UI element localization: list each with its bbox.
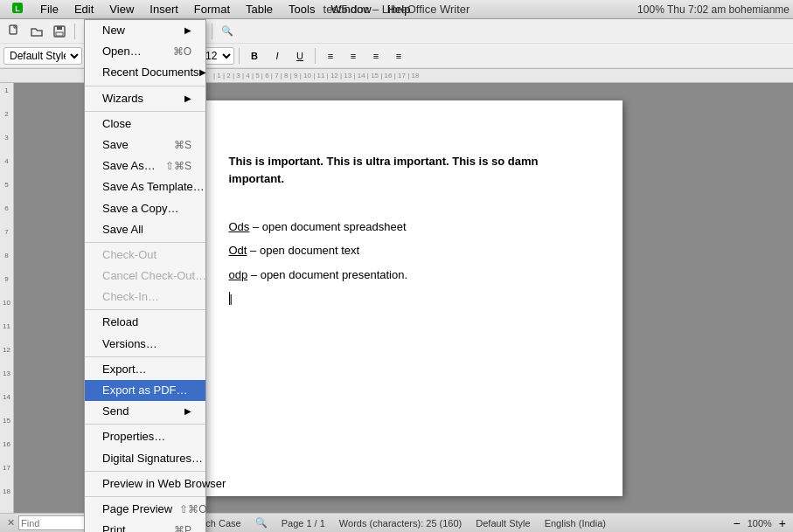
svg-rect-4 (57, 26, 62, 30)
style-info: Default Style (476, 518, 530, 529)
menu-save-as-template[interactable]: Save As Template… (85, 176, 205, 197)
menu-save[interactable]: Save ⌘S (85, 135, 205, 155)
statusbar-right: − 100% + (733, 516, 786, 530)
separator-8 (85, 496, 205, 497)
page: This is important. This is ultra importa… (185, 100, 623, 496)
menubar-libreoffice[interactable]: L (3, 0, 31, 19)
menu-open[interactable]: Open… ⌘O (85, 41, 205, 62)
menubar-right: 100% Thu 7:02 am bohemianme (637, 3, 790, 16)
content-line-6: | (229, 290, 579, 307)
find-close-icon[interactable]: ✕ (7, 517, 15, 529)
zoom-level: 100% (748, 518, 772, 529)
menu-save-all[interactable]: Save All (85, 219, 205, 240)
separator-4 (85, 309, 205, 310)
page-content: This is important. This is ultra importa… (229, 153, 579, 307)
content-line-3: Ods – open document spreadsheet (229, 218, 579, 236)
text-cursor: | (229, 292, 233, 305)
menu-page-preview[interactable]: Page Preview ⇧⌘O (85, 499, 205, 520)
menu-reload[interactable]: Reload (85, 312, 205, 333)
menu-export-pdf[interactable]: Export as PDF… (85, 380, 205, 401)
save-button[interactable] (49, 22, 70, 41)
align-right-button[interactable]: ≡ (365, 46, 386, 66)
content-line-2 (229, 194, 579, 211)
separator-7 (85, 471, 205, 472)
svg-rect-5 (56, 32, 63, 36)
menu-properties[interactable]: Properties… (85, 426, 205, 447)
menu-check-in: Check-In… (85, 287, 205, 307)
menu-close[interactable]: Close (85, 114, 205, 135)
toolbar-separator-5 (239, 48, 240, 64)
menu-versions[interactable]: Versions… (85, 334, 205, 355)
separator-6 (85, 424, 205, 425)
content-line-4: Odt – open document text (229, 242, 579, 259)
menu-digital-signatures[interactable]: Digital Signatures… (85, 448, 205, 469)
underline-button[interactable]: U (289, 46, 310, 66)
menubar-item-edit[interactable]: Edit (67, 1, 101, 17)
toolbar-separator-6 (315, 48, 316, 64)
menubar-item-insert[interactable]: Insert (143, 1, 185, 17)
zoom-in-button[interactable]: + (779, 516, 786, 530)
menu-send[interactable]: Send ▶ (85, 401, 205, 422)
italic-button[interactable]: I (267, 46, 288, 66)
menubar-item-table[interactable]: Table (239, 1, 280, 17)
menu-new[interactable]: New ▶ (85, 20, 205, 41)
system-info: 100% Thu 7:02 am bohemianme (637, 3, 790, 16)
vertical-ruler: 123456789101112131415161718 (0, 83, 14, 514)
separator-2 (85, 111, 205, 112)
separator-3 (85, 242, 205, 243)
menu-cancel-check-out: Cancel Check-Out… (85, 266, 205, 287)
toolbar-separator-1 (74, 24, 75, 39)
align-center-button[interactable]: ≡ (343, 46, 364, 66)
zoom-out-button[interactable]: − (733, 516, 740, 530)
menubar-item-file[interactable]: File (33, 1, 66, 17)
window-title: test5.doc – LibreOffice Writer (323, 3, 470, 16)
file-menu-dropdown: New ▶ Open… ⌘O Recent Documents ▶ Wizard… (84, 19, 206, 532)
menu-save-copy[interactable]: Save a Copy… (85, 198, 205, 219)
bold-button[interactable]: B (244, 46, 265, 66)
language-info: English (India) (545, 518, 606, 529)
content-line-1: This is important. This is ultra importa… (229, 153, 579, 187)
toolbar-separator-4 (212, 24, 212, 39)
menu-preview-web[interactable]: Preview in Web Browser (85, 473, 205, 494)
align-left-button[interactable]: ≡ (320, 46, 341, 66)
menu-check-out: Check-Out (85, 245, 205, 266)
page-info: Page 1 / 1 (282, 518, 325, 529)
svg-text:L: L (15, 4, 20, 13)
menubar-item-tools[interactable]: Tools (282, 1, 322, 17)
open-button[interactable] (26, 22, 47, 41)
separator-5 (85, 356, 205, 357)
find-all-icon[interactable]: 🔍 (255, 517, 268, 529)
menubar-item-view[interactable]: View (102, 1, 141, 17)
content-line-5: odp – open document presentation. (229, 266, 579, 284)
menu-print[interactable]: Print… ⌘P (85, 520, 205, 532)
menu-export[interactable]: Export… (85, 359, 205, 380)
find-button[interactable]: 🔍 (217, 22, 238, 41)
menubar-item-format[interactable]: Format (187, 1, 237, 17)
menu-recent-documents[interactable]: Recent Documents ▶ (85, 62, 205, 83)
separator-1 (85, 86, 205, 86)
new-button[interactable] (3, 22, 24, 41)
menubar: L File Edit View Insert Format Table Too… (0, 0, 793, 19)
justify-button[interactable]: ≡ (388, 46, 409, 66)
menu-save-as[interactable]: Save As… ⇧⌘S (85, 155, 205, 176)
menu-wizards[interactable]: Wizards ▶ (85, 88, 205, 109)
word-info: Words (characters): 25 (160) (339, 518, 462, 529)
style-select[interactable]: Default Style (3, 47, 82, 65)
